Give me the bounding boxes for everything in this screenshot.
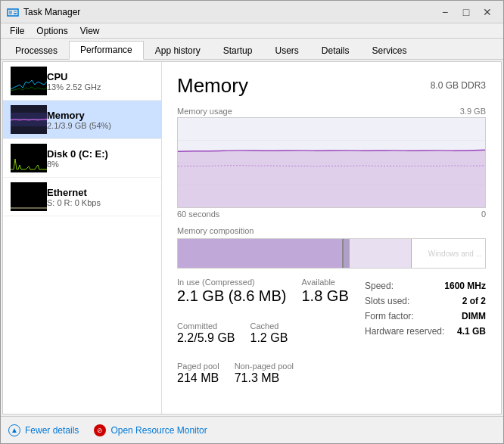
cpu-mini-chart [11,67,47,95]
stat-in-use-label: In use (Compressed) [177,278,287,287]
detail-title: Memory [177,74,248,98]
stat-speed-label: Speed: [365,281,394,291]
resource-monitor-label: Open Resource Monitor [110,425,207,436]
tab-bar: Processes Performance App history Startu… [1,39,503,60]
sidebar-item-cpu[interactable]: CPU 13% 2.52 GHz [3,62,161,101]
window-title: Task Manager [23,7,435,17]
comp-standby [350,239,411,268]
detail-panel: Memory 8.0 GB DDR3 Memory usage 3.9 GB [162,62,501,414]
stat-reserved-row: Hardware reserved: 4.1 GB [365,326,486,337]
stats-left: In use (Compressed) 2.1 GB (8.6 MB) Avai… [177,278,357,394]
detail-header: Memory 8.0 GB DDR3 [177,74,486,98]
tab-performance[interactable]: Performance [69,41,144,60]
stat-form-label: Form factor: [365,311,414,321]
ethernet-label: Ethernet [47,187,101,198]
comp-in-use [178,239,344,268]
fewer-details-button[interactable]: ▲ Fewer details [8,424,79,436]
sidebar-item-memory[interactable]: Memory 2.1/3.9 GB (54%) [3,101,161,139]
stat-available: Available 1.8 GB [302,278,349,305]
sidebar-item-ethernet[interactable]: Ethernet S: 0 R: 0 Kbps [3,178,161,216]
sidebar: CPU 13% 2.52 GHz Memory 2.1/3.9 GB (54%) [3,62,162,414]
cpu-label: CPU [47,71,101,82]
menu-view[interactable]: View [74,24,106,38]
cpu-value: 13% 2.52 GHz [47,82,101,92]
stat-paged-pool: Paged pool 214 MB [177,362,219,385]
chart-label-row: Memory usage 3.9 GB [177,107,486,116]
open-resource-monitor-button[interactable]: ⊘ Open Resource Monitor [94,424,207,436]
fewer-details-icon: ▲ [8,424,20,436]
tab-app-history[interactable]: App history [144,42,212,60]
ethernet-mini-chart [11,182,47,211]
stat-reserved-label: Hardware reserved: [365,326,444,337]
stat-non-paged: Non-paged pool 71.3 MB [235,362,294,385]
sidebar-item-disk[interactable]: Disk 0 (C: E:) 8% [3,139,161,178]
memory-mini-chart [11,105,47,134]
stat-cached-value: 1.2 GB [250,331,288,345]
svg-rect-2 [14,11,17,12]
stat-committed-label: Committed [177,321,235,331]
menu-bar: File Options View [1,23,503,39]
menu-file[interactable]: File [4,24,30,38]
window-controls: − □ ✕ [435,5,497,20]
stat-committed-value: 2.2/5.9 GB [177,331,235,345]
stat-reserved-value: 4.1 GB [457,326,486,337]
maximize-button[interactable]: □ [456,5,476,20]
chart-time-row: 60 seconds 0 [177,210,486,219]
memory-usage-chart [177,117,486,208]
svg-rect-3 [14,13,17,14]
chart-label: Memory usage [177,107,232,116]
stat-non-paged-label: Non-paged pool [235,362,294,371]
svg-rect-9 [11,182,47,211]
chart-max-label: 3.9 GB [460,107,486,116]
app-icon [7,6,19,18]
chart-time-right: 0 [481,210,486,219]
memory-usage-chart-container: Memory usage 3.9 GB [177,107,486,219]
stat-slots-row: Slots used: 2 of 2 [365,296,486,306]
ethernet-info: Ethernet S: 0 R: 0 Kbps [47,187,101,207]
main-content: CPU 13% 2.52 GHz Memory 2.1/3.9 GB (54%) [2,61,502,415]
disk-mini-chart [11,144,47,172]
tab-startup[interactable]: Startup [212,42,264,60]
svg-rect-8 [11,144,47,172]
stat-non-paged-value: 71.3 MB [235,371,294,385]
stat-committed: Committed 2.2/5.9 GB [177,321,235,345]
composition-section: Memory composition Windows and ... [177,226,486,269]
ethernet-value: S: 0 R: 0 Kbps [47,198,101,207]
stat-cached: Cached 1.2 GB [250,321,288,345]
composition-label: Memory composition [177,226,486,235]
chart-time-left: 60 seconds [177,210,219,219]
menu-options[interactable]: Options [30,24,73,38]
cpu-info: CPU 13% 2.52 GHz [47,71,101,92]
fewer-details-label: Fewer details [25,425,79,436]
minimize-button[interactable]: − [435,5,455,20]
stat-paged-label: Paged pool [177,362,219,371]
comp-modified [344,239,350,268]
stat-paged-value: 214 MB [177,371,219,385]
disk-value: 8% [47,160,108,169]
stat-in-use-value: 2.1 GB (8.6 MB) [177,287,287,305]
close-button[interactable]: ✕ [478,5,497,20]
tab-users[interactable]: Users [263,42,310,60]
stat-in-use: In use (Compressed) 2.1 GB (8.6 MB) [177,278,287,305]
svg-rect-4 [11,67,47,95]
tab-details[interactable]: Details [310,42,361,60]
stat-speed-row: Speed: 1600 MHz [365,281,486,291]
disk-info: Disk 0 (C: E:) 8% [47,148,108,169]
composition-hint: Windows and ... [428,239,485,268]
stat-available-value: 1.8 GB [302,287,349,305]
stat-slots-value: 2 of 2 [462,296,486,306]
svg-rect-1 [9,11,12,14]
stat-form-row: Form factor: DIMM [365,311,486,321]
task-manager-window: Task Manager − □ ✕ File Options View Pro… [0,0,504,444]
tab-processes[interactable]: Processes [4,42,69,60]
title-bar: Task Manager − □ ✕ [1,1,503,23]
disk-label: Disk 0 (C: E:) [47,148,108,160]
memory-label: Memory [47,110,111,121]
detail-subtitle: 8.0 GB DDR3 [431,74,486,91]
tab-services[interactable]: Services [361,42,418,60]
composition-bar: Windows and ... [177,238,486,269]
stat-form-value: DIMM [462,311,486,321]
stat-cached-label: Cached [250,321,288,331]
stats-right: Speed: 1600 MHz Slots used: 2 of 2 Form … [365,278,486,394]
memory-info: Memory 2.1/3.9 GB (54%) [47,110,111,130]
